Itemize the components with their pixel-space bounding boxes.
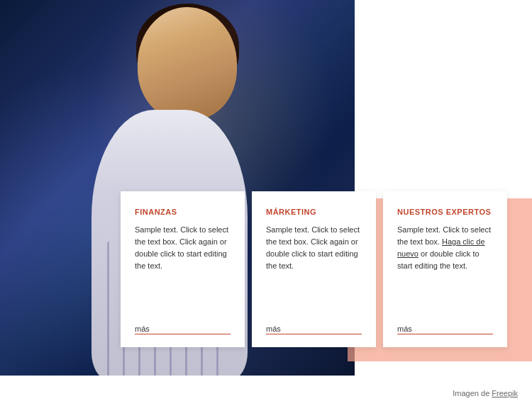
card-marketing-text: Sample text. Click to select the text bo…	[266, 224, 362, 315]
card-finanzas-link[interactable]: más	[135, 325, 231, 334]
footer-credit: Imagen de Freepik	[453, 389, 518, 397]
card-finanzas: FINANZAS Sample text. Click to select th…	[121, 191, 245, 347]
card-marketing: MÁRKETING Sample text. Click to select t…	[252, 191, 376, 347]
card-nuestros-expertos-title: NUESTROS EXPERTOS	[397, 207, 493, 217]
credit-prefix: Imagen de	[453, 389, 489, 397]
freepik-link[interactable]: Freepik	[492, 389, 518, 397]
card-finanzas-title: FINANZAS	[135, 207, 231, 217]
card-nuestros-expertos-text: Sample text. Click to select the text bo…	[397, 224, 493, 315]
person-head	[138, 7, 237, 120]
card-finanzas-text: Sample text. Click to select the text bo…	[135, 224, 231, 315]
card-marketing-title: MÁRKETING	[266, 207, 362, 217]
card-nuestros-expertos: NUESTROS EXPERTOS Sample text. Click to …	[383, 191, 507, 347]
card-marketing-link[interactable]: más	[266, 325, 362, 334]
card-nuestros-expertos-link[interactable]: más	[397, 325, 493, 334]
cards-container: FINANZAS Sample text. Click to select th…	[121, 191, 532, 347]
